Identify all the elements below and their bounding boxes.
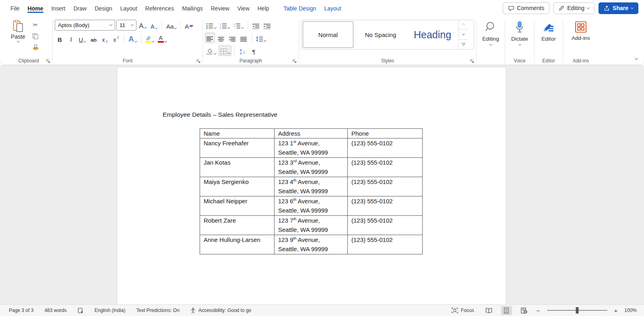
font-size-value: 11 <box>120 22 125 28</box>
language-indicator[interactable]: English (India) <box>95 308 126 313</box>
align-left-button[interactable] <box>205 33 215 43</box>
styles-scroll-up-button[interactable] <box>459 20 468 30</box>
multilevel-list-icon: 1ai <box>233 23 241 29</box>
change-case-glyph: Aa <box>166 23 173 29</box>
font-dialog-launcher-icon[interactable] <box>196 59 200 63</box>
zoom-slider[interactable] <box>547 310 607 311</box>
comments-button[interactable]: Comments <box>503 2 550 14</box>
align-center-icon <box>218 37 225 42</box>
accessibility-status[interactable]: Accessibility: Good to go <box>190 308 251 314</box>
style-normal[interactable]: Normal <box>303 21 353 48</box>
multilevel-list-button[interactable]: 1ai <box>232 20 245 30</box>
zoom-slider-handle[interactable] <box>576 307 578 314</box>
share-button[interactable]: Share <box>599 2 638 14</box>
dictate-button[interactable]: Dictate <box>507 18 532 56</box>
cell-address: 123 9th Avenue,Seattle, WA 99999 <box>275 235 348 254</box>
word-count[interactable]: 483 words <box>44 308 66 313</box>
cut-button[interactable]: ✂ <box>30 20 41 30</box>
show-hide-marks-button[interactable]: ¶ <box>249 45 259 56</box>
tab-draw[interactable]: Draw <box>69 1 91 15</box>
web-layout-button[interactable] <box>519 306 530 315</box>
proofing-status[interactable] <box>78 308 84 314</box>
editor-button[interactable]: Editor <box>537 18 561 56</box>
tab-mailings[interactable]: Mailings <box>178 1 206 15</box>
borders-icon <box>220 48 227 54</box>
style-no-spacing[interactable]: No Spacing <box>355 20 407 49</box>
tab-file[interactable]: File <box>6 1 24 15</box>
page-indicator[interactable]: Page 3 of 3 <box>9 308 33 313</box>
font-name-combo[interactable]: Aptos (Body) <box>55 20 115 31</box>
grow-font-button[interactable]: A <box>138 20 148 31</box>
zoom-out-button[interactable]: − <box>537 307 540 314</box>
format-painter-icon <box>32 44 39 51</box>
print-layout-button[interactable] <box>501 306 512 315</box>
caret-up-icon <box>144 27 147 29</box>
editing-mode-label: Editing <box>567 5 584 11</box>
editing-button[interactable]: Editing <box>479 18 503 56</box>
chevron-down-icon <box>462 43 464 46</box>
numbering-button[interactable]: 123 <box>219 20 231 30</box>
chevron-down-icon <box>227 26 230 29</box>
read-mode-button[interactable] <box>483 306 494 315</box>
styles-more-button[interactable] <box>459 40 468 49</box>
tab-view[interactable]: View <box>233 1 254 15</box>
align-center-button[interactable] <box>216 33 226 43</box>
tab-review[interactable]: Review <box>207 1 233 15</box>
increase-indent-button[interactable] <box>262 20 272 30</box>
text-effects-button[interactable]: A <box>127 33 138 44</box>
italic-button[interactable]: I <box>66 33 76 44</box>
dictate-label: Dictate <box>511 36 528 42</box>
scissors-icon: ✂ <box>33 21 38 29</box>
underline-button[interactable]: U <box>77 33 87 44</box>
tab-help[interactable]: Help <box>254 1 273 15</box>
employee-table[interactable]: Name Address Phone Nancy Freehafer 123 1… <box>200 128 423 254</box>
subscript-button[interactable]: x 2 <box>100 33 110 44</box>
justify-button[interactable] <box>239 33 249 43</box>
shrink-font-button[interactable]: A <box>149 20 159 31</box>
zoom-in-button[interactable]: + <box>614 307 618 314</box>
superscript-button[interactable]: x 2 <box>111 33 121 44</box>
styles-dialog-launcher-icon[interactable] <box>470 59 474 63</box>
font-size-combo[interactable]: 11 <box>116 20 136 31</box>
paragraph-dialog-launcher-icon[interactable] <box>293 59 297 63</box>
clear-formatting-button[interactable]: A <box>184 20 194 31</box>
document-page[interactable]: Employee Details – Sales Representative … <box>117 67 506 304</box>
borders-button[interactable] <box>219 45 231 56</box>
tab-layout[interactable]: Layout <box>116 1 141 15</box>
document-canvas[interactable]: Employee Details – Sales Representative … <box>0 65 644 304</box>
paste-button[interactable]: Paste <box>7 18 29 56</box>
copy-button[interactable] <box>30 31 41 41</box>
svg-text:i: i <box>235 27 235 29</box>
sort-button[interactable]: A Z ↓ <box>237 45 248 56</box>
line-spacing-button[interactable] <box>255 33 267 43</box>
strikethrough-button[interactable]: ab <box>89 33 99 44</box>
editing-mode-button[interactable]: Editing <box>553 2 594 14</box>
focus-button[interactable]: Focus <box>452 308 474 313</box>
zoom-level[interactable]: 100% <box>624 308 637 313</box>
style-heading[interactable]: Heading <box>407 20 458 49</box>
bullets-button[interactable] <box>205 20 217 30</box>
addins-button[interactable]: Add-ins <box>568 18 594 56</box>
justify-icon <box>240 37 247 42</box>
tab-table-layout[interactable]: Layout <box>320 1 345 15</box>
font-color-button[interactable]: A <box>157 33 168 44</box>
change-case-button[interactable]: Aa <box>165 20 178 31</box>
format-painter-button[interactable] <box>30 43 41 52</box>
collapse-ribbon-button[interactable] <box>635 54 638 62</box>
tab-table-design[interactable]: Table Design <box>280 1 320 15</box>
cell-address: 123 7th Avenue,Seattle, WA 99999 <box>275 216 348 235</box>
tab-references[interactable]: References <box>141 1 178 15</box>
align-right-button[interactable] <box>227 33 237 43</box>
decrease-indent-button[interactable] <box>251 20 261 30</box>
tab-design[interactable]: Design <box>91 1 116 15</box>
tab-home[interactable]: Home <box>24 1 47 15</box>
clipboard-dialog-launcher-icon[interactable] <box>46 59 50 63</box>
tab-insert[interactable]: Insert <box>47 1 69 15</box>
styles-scroll-down-button[interactable] <box>459 30 468 39</box>
bold-button[interactable]: B <box>55 33 65 44</box>
cell-name: Anne Hullung-Larsen <box>200 235 275 254</box>
shading-button[interactable] <box>205 45 217 56</box>
text-highlight-button[interactable] <box>144 33 155 44</box>
pencil-icon <box>559 5 564 11</box>
text-predictions[interactable]: Text Predictions: On <box>136 308 179 313</box>
